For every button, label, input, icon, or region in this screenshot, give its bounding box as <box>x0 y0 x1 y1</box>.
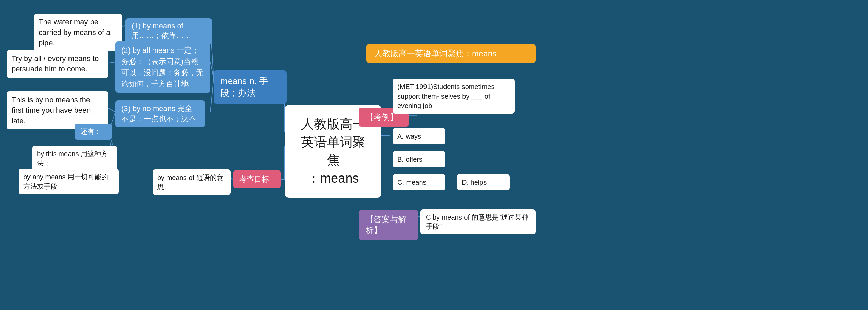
example-6-text: by any means 用一切可能的方法或手段 <box>23 173 108 190</box>
option-d: D. helps <box>457 174 510 190</box>
example-4: 还有： <box>75 124 112 140</box>
example-5-text: by this means 用这种方法； <box>37 150 108 167</box>
def-2-text: (2) by all means 一定；务必；（表示同意)当然可以，没问题：务必… <box>121 46 203 88</box>
answer-node: 【答案与解析】 <box>359 210 418 240</box>
option-a: A. ways <box>393 128 445 144</box>
def-1-text: (1) by means of 用……；依靠…… <box>132 22 191 40</box>
center-label: 人教版高一英语单词聚焦 ：means <box>301 117 366 185</box>
example-1-text: The water may be carried by means of a p… <box>39 18 111 47</box>
kaochaming-node: 考查目标 <box>233 170 281 188</box>
kaoli-label: 【考例】 <box>366 112 398 122</box>
option-c: C. means <box>393 174 445 190</box>
def-3-text: (3) by no means 完全不是；一点也不；决不 <box>121 104 196 123</box>
def-4: by means of 短语的意思。 <box>153 169 231 195</box>
answer-label: 【答案与解析】 <box>366 215 406 235</box>
option-a-text: A. ways <box>397 132 421 140</box>
example-2: Try by all / every means to persuade him… <box>7 50 108 78</box>
svg-line-21 <box>231 178 233 180</box>
option-b-text: B. offers <box>397 156 422 163</box>
def-2: (2) by all means 一定；务必；（表示同意)当然可以，没问题：务必… <box>115 41 210 93</box>
answer-text-node: C by means of 的意思是"通过某种手段" <box>420 209 536 234</box>
means-label: means n. 手段；办法 <box>220 76 268 98</box>
option-c-text: C. means <box>397 179 427 186</box>
example-1: The water may be carried by means of a p… <box>34 14 122 51</box>
kaochaming-label: 考查目标 <box>239 175 269 183</box>
svg-line-6 <box>210 78 214 112</box>
question-node: (MET 1991)Students sometimes support the… <box>393 79 515 114</box>
svg-line-4 <box>210 62 214 78</box>
option-d-text: D. helps <box>462 179 487 186</box>
def-1: (1) by means of 用……；依靠…… <box>125 18 212 44</box>
means-node: means n. 手段；办法 <box>214 70 287 104</box>
question-text: (MET 1991)Students sometimes support the… <box>397 83 494 109</box>
right-title: 人教版高一英语单词聚焦：means <box>366 44 536 63</box>
example-6: by any means 用一切可能的方法或手段 <box>19 169 119 194</box>
def-4-text: by means of 短语的意思。 <box>157 174 223 191</box>
def-3: (3) by no means 完全不是；一点也不；决不 <box>115 100 205 127</box>
answer-text: C by means of 的意思是"通过某种手段" <box>426 213 528 230</box>
example-4-text: 还有： <box>81 128 101 135</box>
right-title-text: 人教版高一英语单词聚焦：means <box>374 49 496 58</box>
example-3-text: This is by no means the first time you h… <box>12 96 91 125</box>
example-5: by this means 用这种方法； <box>32 146 117 171</box>
option-b: B. offers <box>393 151 445 167</box>
example-2-text: Try by all / every means to persuade him… <box>12 54 99 73</box>
